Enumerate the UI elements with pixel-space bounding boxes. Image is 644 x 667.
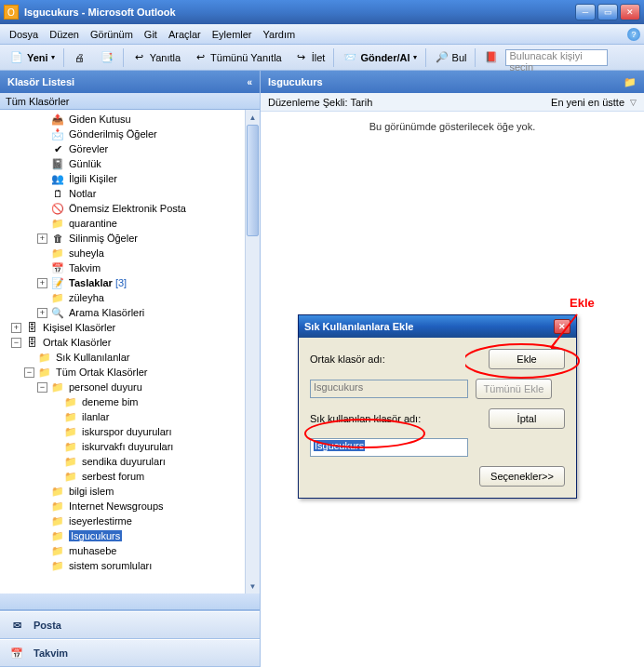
tree-taslaklar[interactable]: Taslaklar (69, 277, 113, 288)
folder-list-title: Klasör Listesi (7, 76, 74, 87)
expand-icon[interactable]: + (37, 233, 47, 244)
sort-row[interactable]: Düzenleme Şekli: Tarih En yeni en üstte … (261, 93, 644, 112)
tree-ilanlar[interactable]: ilanlar (82, 411, 109, 422)
print-button[interactable]: 🖨 (67, 47, 93, 68)
menu-eylemler[interactable]: Eylemler (207, 27, 258, 42)
forward-icon: ↪ (294, 50, 309, 65)
tree-sistem[interactable]: sistem sorumluları (69, 560, 152, 571)
pst-icon: 🗄 (24, 321, 39, 334)
menu-dosya[interactable]: Dosya (4, 27, 44, 42)
tree-internet[interactable]: Internet Newsgroups (69, 500, 164, 512)
tree-zuleyha[interactable]: züleyha (69, 292, 104, 303)
tree-kisisel[interactable]: Kişisel Klasörler (43, 322, 115, 333)
reply-all-button[interactable]: ↩Tümünü Yanıtla (187, 47, 288, 68)
folder-icon: 📁 (37, 366, 52, 379)
tree-isgucukurs-selected[interactable]: Isgucukurs (69, 530, 122, 541)
send-receive-button[interactable]: 📨Gönder/Al ▾ (337, 47, 422, 68)
add-button[interactable]: Ekle (489, 349, 565, 369)
find-icon: 🔎 (435, 50, 449, 65)
tree-serbest[interactable]: serbest forum (82, 471, 144, 482)
minimize-button[interactable]: ─ (575, 4, 596, 20)
new-icon: 📄 (9, 50, 24, 65)
collapse-icon[interactable]: − (37, 382, 47, 393)
options-button[interactable]: Seçenekler>> (479, 466, 565, 487)
tree-takvim[interactable]: Takvim (69, 262, 101, 273)
tree-muhasebe[interactable]: muhasebe (69, 545, 116, 556)
tree-iskurspor[interactable]: iskurspor duyuruları (82, 426, 172, 437)
tree-giden[interactable]: Giden Kutusu (69, 113, 131, 125)
tree-ortak[interactable]: Ortak Klasörler (43, 337, 111, 348)
menu-araclar[interactable]: Araçlar (163, 27, 207, 42)
menu-yardim[interactable]: Yardım (258, 27, 302, 42)
all-folders-header[interactable]: Tüm Klasörler (0, 93, 260, 110)
tree-deneme[interactable]: deneme bim (82, 396, 139, 407)
tree-arama[interactable]: Arama Klasörleri (69, 307, 144, 318)
forward-button[interactable]: ↪İlet (288, 47, 331, 68)
tree-sik[interactable]: Sık Kullanılanlar (56, 352, 130, 363)
maximize-button[interactable]: ▭ (597, 4, 618, 20)
tree-gunluk[interactable]: Günlük (69, 158, 101, 169)
folder-icon: 📁 (50, 485, 65, 498)
menu-git[interactable]: Git (139, 27, 163, 42)
collapse-icon[interactable]: − (24, 367, 34, 378)
collapse-icon[interactable]: « (247, 77, 252, 87)
menu-gorunum[interactable]: Görünüm (85, 27, 139, 42)
add-to-favorites-dialog: Sık Kullanılanlara Ekle ✕ Ortak klasör a… (298, 314, 577, 499)
expand-icon[interactable]: + (11, 323, 21, 333)
folder-list-divider (0, 594, 260, 610)
reply-button[interactable]: ↩Yanıtla (127, 47, 186, 68)
window-title: Isgucukurs - Microsoft Outlook (24, 7, 575, 18)
favorite-folder-name-input[interactable]: Isgucukurs (310, 438, 468, 457)
tree-notlar[interactable]: Notlar (69, 188, 96, 199)
help-icon[interactable]: ? (627, 28, 640, 41)
move-button[interactable]: 📑 (94, 47, 120, 68)
cancel-button[interactable]: İptal (489, 408, 565, 429)
folder-icon: 📁 (63, 395, 78, 408)
scroll-up-icon[interactable]: ▲ (246, 110, 260, 125)
tree-gonderilmis[interactable]: Gönderilmiş Öğeler (69, 128, 157, 140)
folder-icon: 📁 (63, 440, 78, 453)
dropdown-icon[interactable]: ▽ (630, 98, 637, 107)
contacts-icon: 👥 (50, 172, 65, 185)
tree-onemsiz[interactable]: Önemsiz Elektronik Posta (69, 203, 186, 214)
menu-duzen[interactable]: Düzen (44, 27, 85, 42)
expand-icon[interactable]: + (37, 308, 47, 318)
tree-tum-ortak[interactable]: Tüm Ortak Klasörler (56, 367, 147, 378)
tree-quarantine[interactable]: quarantine (69, 218, 117, 229)
calendar-icon: 📅 (7, 644, 26, 662)
scroll-thumb[interactable] (247, 125, 259, 236)
folder-icon: 📁 (63, 425, 78, 438)
journal-icon: 📓 (50, 157, 65, 170)
tree-iskurvakfi[interactable]: iskurvakfı duyuruları (82, 441, 173, 452)
reply-icon: ↩ (132, 50, 147, 65)
sent-icon: 📩 (50, 127, 65, 140)
expand-icon[interactable]: + (37, 278, 47, 288)
app-icon: O (4, 5, 19, 20)
tree-silinmis[interactable]: Silinmiş Öğeler (69, 233, 138, 244)
dialog-close-button[interactable]: ✕ (554, 319, 570, 334)
menu-bar: Dosya Düzen Görünüm Git Araçlar Eylemler… (0, 24, 644, 45)
tree-gorevler[interactable]: Görevler (69, 143, 108, 154)
scroll-down-icon[interactable]: ▼ (246, 579, 260, 594)
tree-suheyla[interactable]: suheyla (69, 247, 104, 259)
tree-personel[interactable]: personel duyuru (69, 381, 142, 393)
tree-bilgi[interactable]: bilgi islem (69, 486, 114, 497)
folder-icon: 📁 (50, 247, 65, 260)
search-folder-icon: 🔍 (50, 306, 65, 319)
nav-calendar-button[interactable]: 📅Takvim (0, 639, 260, 667)
contacts-button[interactable]: 📕 (478, 47, 504, 68)
nav-mail-button[interactable]: ✉Posta (0, 611, 260, 639)
search-input[interactable]: Bulunacak kişiyi seçin (505, 49, 608, 66)
notes-icon: 🗒 (50, 187, 65, 200)
find-button[interactable]: 🔎Bul (429, 47, 473, 68)
drafts-icon: 📝 (50, 276, 65, 289)
tree-sendika[interactable]: sendika duyuruları (82, 456, 166, 467)
tree-ilgili[interactable]: İlgili Kişiler (69, 173, 117, 184)
close-button[interactable]: ✕ (620, 4, 640, 20)
tree-scrollbar[interactable]: ▲ ▼ (245, 110, 260, 594)
add-all-button[interactable]: Tümünü Ekle (476, 379, 552, 399)
collapse-icon[interactable]: − (11, 338, 21, 348)
calendar-icon: 📅 (50, 261, 65, 274)
tree-iseyer[interactable]: iseyerlestirme (69, 515, 132, 527)
new-button[interactable]: 📄Yeni ▾ (4, 47, 60, 68)
